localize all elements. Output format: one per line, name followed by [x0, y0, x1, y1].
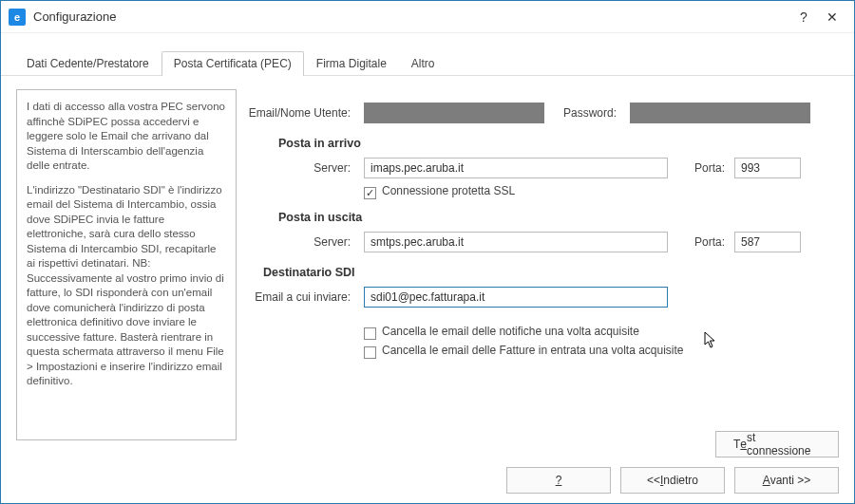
email-user-label: Email/Nome Utente: [248, 106, 364, 120]
bottom-buttons: ? << Indietro Avanti >> [506, 467, 839, 494]
window-title: Configurazione [33, 9, 116, 24]
app-icon: e [9, 9, 26, 26]
delete-notifications-label: Cancella le email delle notifiche una vo… [382, 325, 639, 338]
incoming-port-label: Porta: [668, 161, 734, 175]
dest-email-input[interactable] [364, 287, 668, 308]
outgoing-port-input[interactable] [734, 232, 801, 252]
incoming-server-label: Server: [248, 161, 364, 175]
titlebar: e Configurazione ? ✕ [1, 1, 854, 33]
dest-section-title: Destinatario SDI [263, 266, 839, 279]
info-panel: I dati di accesso alla vostra PEC servon… [16, 89, 237, 440]
incoming-section-title: Posta in arrivo [278, 137, 839, 150]
tabs: Dati Cedente/Prestatore Posta Certificat… [1, 33, 854, 76]
outgoing-server-input[interactable] [364, 232, 668, 252]
email-user-input[interactable] [364, 103, 544, 123]
delete-notifications-checkbox[interactable] [364, 327, 376, 340]
info-paragraph-2: L'indirizzo "Destinatario SDI" è l'indir… [27, 183, 226, 389]
dest-email-label: Email a cui inviare: [248, 290, 364, 304]
test-connection-button[interactable]: Test connessione [715, 431, 839, 457]
incoming-port-input[interactable] [734, 158, 801, 178]
delete-invoices-label: Cancella le email delle Fatture in entra… [382, 344, 684, 357]
info-paragraph-1: I dati di accesso alla vostra PEC servon… [27, 100, 226, 174]
password-label: Password: [544, 106, 630, 120]
outgoing-server-label: Server: [248, 235, 364, 249]
tab-dati-cedente[interactable]: Dati Cedente/Prestatore [14, 51, 162, 76]
tab-posta-certificata[interactable]: Posta Certificata (PEC) [162, 51, 304, 76]
delete-invoices-checkbox[interactable] [364, 346, 376, 359]
help-titlebar-button[interactable]: ? [789, 8, 818, 27]
help-button[interactable]: ? [506, 467, 611, 494]
password-input[interactable] [630, 103, 810, 123]
ssl-label: Connessione protetta SSL [382, 184, 515, 197]
form-area: Email/Nome Utente: Password: Posta in ar… [248, 89, 839, 440]
tab-altro[interactable]: Altro [399, 51, 447, 76]
tab-firma-digitale[interactable]: Firma Digitale [304, 51, 399, 76]
close-button[interactable]: ✕ [818, 8, 846, 27]
back-button[interactable]: << Indietro [620, 467, 725, 494]
forward-button[interactable]: Avanti >> [734, 467, 839, 494]
incoming-server-input[interactable] [364, 158, 668, 178]
outgoing-section-title: Posta in uscita [278, 211, 839, 224]
outgoing-port-label: Porta: [668, 235, 734, 249]
ssl-checkbox[interactable] [364, 187, 376, 199]
